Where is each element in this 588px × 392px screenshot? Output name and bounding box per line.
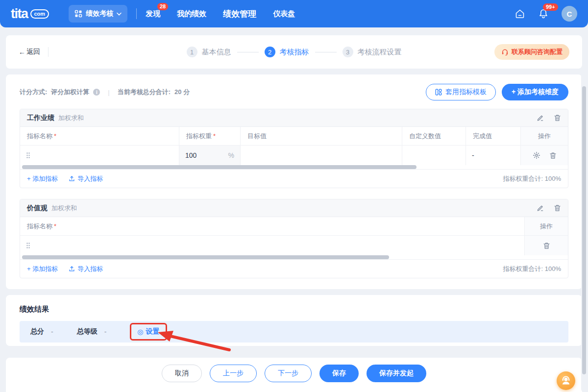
pencil-icon bbox=[537, 114, 544, 122]
target-value-cell[interactable] bbox=[241, 146, 402, 165]
col-header-actions: 操作 bbox=[525, 217, 568, 235]
notifications-button[interactable]: 99+ bbox=[538, 8, 549, 19]
group-footer: + 添加指标 导入指标 指标权重合计: 100% bbox=[20, 259, 568, 278]
template-icon bbox=[435, 89, 442, 96]
add-indicator-button[interactable]: + 添加指标 bbox=[27, 174, 58, 183]
step-assessment-indicators[interactable]: 2 考核指标 bbox=[265, 47, 309, 57]
apply-template-button[interactable]: 套用指标模板 bbox=[426, 84, 496, 100]
horizontal-scrollbar-thumb[interactable] bbox=[22, 165, 416, 169]
weight-input[interactable]: 100 % bbox=[179, 146, 241, 165]
discover-badge: 28 bbox=[157, 3, 168, 10]
nav-item-dashboard[interactable]: 仪表盘 bbox=[273, 9, 295, 19]
group-title: 工作业绩 bbox=[27, 114, 54, 122]
delete-row-button[interactable] bbox=[549, 152, 557, 159]
scoring-info: 计分方式: 评分加权计算 i | 当前考核总分合计: 20 分 bbox=[20, 88, 190, 97]
back-button[interactable]: ←返回 bbox=[19, 48, 40, 56]
drag-handle-icon[interactable] bbox=[26, 242, 30, 249]
avatar[interactable]: C bbox=[562, 6, 577, 22]
import-indicator-button[interactable]: 导入指标 bbox=[69, 174, 103, 183]
import-indicator-button[interactable]: 导入指标 bbox=[69, 265, 103, 273]
custom-value-cell[interactable] bbox=[402, 146, 466, 165]
import-icon bbox=[69, 266, 75, 272]
indicators-card: 计分方式: 评分加权计算 i | 当前考核总分合计: 20 分 套用指标模板 bbox=[6, 74, 582, 289]
nav-item-performance-management[interactable]: 绩效管理 bbox=[223, 8, 256, 20]
logo[interactable]: tita com bbox=[11, 6, 49, 22]
headset-icon bbox=[501, 49, 509, 56]
previous-step-button[interactable]: 上一步 bbox=[210, 365, 257, 382]
import-icon bbox=[69, 175, 75, 182]
weight-total: 指标权重合计: 100% bbox=[503, 174, 562, 183]
save-and-launch-button[interactable]: 保存并发起 bbox=[367, 365, 426, 382]
cancel-button[interactable]: 取消 bbox=[162, 365, 202, 382]
delete-group-button[interactable] bbox=[554, 204, 561, 212]
result-bar: 总分 - 总等级 - ◎ 设置 bbox=[20, 321, 568, 343]
group-header: 价值观 加权求和 bbox=[20, 199, 568, 217]
row-settings-button[interactable] bbox=[533, 151, 540, 159]
add-indicator-button[interactable]: + 添加指标 bbox=[27, 265, 58, 273]
top-navbar: tita com 绩效考核 发现 28 我的绩效 绩效管理 仪表盘 bbox=[0, 0, 588, 27]
home-button[interactable] bbox=[514, 8, 525, 19]
gear-icon bbox=[533, 151, 540, 159]
nav-item-my-performance[interactable]: 我的绩效 bbox=[177, 9, 206, 19]
performance-result-card: 绩效结果 总分 - 总等级 - ◎ 设置 bbox=[6, 295, 582, 346]
col-header-custom-value: 自定义数值 bbox=[402, 127, 466, 145]
indicator-name-cell[interactable] bbox=[20, 146, 179, 165]
trash-icon bbox=[554, 204, 561, 212]
dimension-group-work-performance: 工作业绩 加权求和 指 bbox=[20, 109, 568, 188]
logo-text: tita bbox=[11, 6, 28, 22]
target-icon: ◎ bbox=[137, 328, 143, 336]
scoring-toolbar: 计分方式: 评分加权计算 i | 当前考核总分合计: 20 分 套用指标模板 bbox=[20, 83, 568, 101]
app-switcher-performance[interactable]: 绩效考核 bbox=[69, 5, 127, 23]
required-mark: * bbox=[213, 132, 216, 140]
step-connector bbox=[315, 52, 337, 52]
scoring-method-value: 评分加权计算 bbox=[51, 88, 89, 97]
support-agent-icon bbox=[561, 375, 571, 386]
horizontal-scrollbar-thumb[interactable] bbox=[22, 255, 389, 259]
table-row: 100 % - bbox=[20, 146, 568, 165]
contact-consultant-button[interactable]: 联系顾问咨询配置 bbox=[494, 44, 569, 60]
trash-icon bbox=[549, 152, 557, 159]
col-header-actions: 操作 bbox=[521, 127, 568, 145]
next-step-button[interactable]: 下一步 bbox=[265, 365, 312, 382]
nav-divider bbox=[136, 8, 137, 19]
toolbar-actions: 套用指标模板 + 添加考核维度 bbox=[426, 84, 568, 100]
scrollbar-thumb[interactable] bbox=[582, 86, 586, 374]
col-header-indicator-name: 指标名称* bbox=[20, 217, 525, 235]
group-title: 价值观 bbox=[27, 204, 48, 213]
nav-item-discover[interactable]: 发现 28 bbox=[146, 9, 160, 19]
total-score-value: 20 分 bbox=[174, 88, 190, 97]
back-arrow-icon: ← bbox=[19, 48, 25, 56]
step-process-settings[interactable]: 3 考核流程设置 bbox=[343, 47, 402, 57]
col-header-indicator-name: 指标名称* bbox=[20, 127, 179, 145]
drag-handle-icon[interactable] bbox=[26, 152, 30, 159]
step-basic-info[interactable]: 1 基本信息 bbox=[187, 47, 231, 57]
save-button[interactable]: 保存 bbox=[319, 365, 359, 382]
support-bubble-button[interactable] bbox=[557, 371, 575, 390]
edit-group-button[interactable] bbox=[537, 114, 544, 122]
add-dimension-button[interactable]: + 添加考核维度 bbox=[502, 84, 568, 100]
indicator-name-cell[interactable] bbox=[20, 236, 525, 255]
horizontal-scrollbar bbox=[20, 165, 568, 169]
table-header-row: 指标名称* 操作 bbox=[20, 217, 568, 236]
required-mark: * bbox=[54, 222, 56, 230]
group-subtitle: 加权求和 bbox=[51, 204, 77, 213]
scoring-method-label: 计分方式: bbox=[20, 88, 47, 97]
step-connector bbox=[237, 52, 259, 52]
edit-group-button[interactable] bbox=[537, 204, 544, 212]
result-settings-button annotation-box[interactable]: ◎ 设置 bbox=[130, 323, 167, 341]
group-header: 工作业绩 加权求和 bbox=[20, 109, 568, 127]
stepper-card: ←返回 1 基本信息 2 考核指标 3 考核流程设置 bbox=[6, 35, 582, 69]
main-nav: 发现 28 我的绩效 绩效管理 仪表盘 bbox=[146, 8, 295, 20]
total-score-item: 总分 - bbox=[30, 327, 53, 336]
delete-group-button[interactable] bbox=[554, 114, 561, 122]
pencil-icon bbox=[537, 204, 544, 212]
toolbar-divider: | bbox=[108, 89, 109, 96]
result-title: 绩效结果 bbox=[20, 305, 568, 314]
weight-value: 100 bbox=[185, 151, 196, 159]
row-actions-cell bbox=[521, 146, 568, 165]
topbar-right: 99+ C bbox=[514, 6, 577, 22]
delete-row-button[interactable] bbox=[543, 242, 550, 249]
info-icon[interactable]: i bbox=[93, 89, 100, 96]
dimension-group-values: 价值观 加权求和 指标 bbox=[20, 199, 568, 278]
total-grade-item: 总等级 - bbox=[77, 327, 107, 336]
